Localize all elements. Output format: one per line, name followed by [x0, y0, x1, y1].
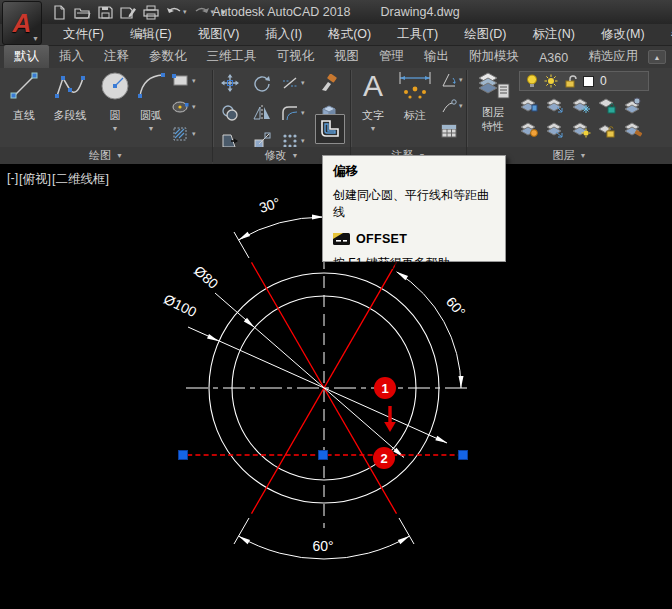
trim-icon: [281, 74, 299, 92]
ellipse-flyout-icon[interactable]: ▾: [192, 103, 196, 111]
text-flyout-icon[interactable]: ▼: [370, 125, 377, 132]
tab-3d-tools[interactable]: 三维工具: [197, 45, 267, 68]
menu-insert[interactable]: 插入(I): [252, 26, 315, 43]
layer-unisolate-button[interactable]: [545, 121, 565, 138]
layer-lock-button[interactable]: [597, 97, 617, 114]
layer-color-swatch: [583, 76, 594, 87]
grip-right[interactable]: [459, 451, 468, 460]
undo-button[interactable]: ▾: [166, 5, 187, 19]
viewport-menu-control[interactable]: [-]: [7, 171, 18, 188]
panel-expand-icon: ▼: [116, 152, 123, 159]
dimension-button[interactable]: 标注: [393, 70, 437, 123]
menu-edit[interactable]: 编辑(E): [117, 26, 185, 43]
tab-manage[interactable]: 管理: [369, 45, 414, 68]
dim-text-d80: Ø80: [191, 263, 222, 293]
trim-button[interactable]: ▾: [281, 74, 305, 92]
match-properties-button[interactable]: [319, 74, 337, 92]
tab-parametric[interactable]: 参数化: [139, 45, 197, 68]
open-file-button[interactable]: [74, 5, 91, 20]
tab-insert[interactable]: 插入: [49, 45, 94, 68]
save-button[interactable]: [98, 5, 113, 20]
grip-middle[interactable]: [319, 451, 328, 460]
mirror-button[interactable]: [253, 104, 271, 122]
tab-a360[interactable]: A360: [529, 48, 578, 68]
redo-icon: [194, 5, 210, 19]
menu-view[interactable]: 视图(V): [185, 26, 253, 43]
layer-make-current-button[interactable]: [519, 97, 539, 114]
trim-flyout-icon[interactable]: ▾: [301, 79, 305, 87]
rectangle-flyout-icon[interactable]: ▾: [192, 77, 196, 85]
move-button[interactable]: [221, 74, 239, 92]
tab-view[interactable]: 视图: [324, 45, 369, 68]
menu-format[interactable]: 格式(O): [315, 26, 384, 43]
leader-flyout-icon[interactable]: ▾: [459, 102, 463, 110]
application-menu-button[interactable]: A ▼: [2, 1, 42, 45]
tab-add-ins[interactable]: 附加模块: [459, 45, 529, 68]
layer-freeze-button[interactable]: [571, 97, 591, 114]
tab-output[interactable]: 输出: [414, 45, 459, 68]
array-flyout-icon[interactable]: ▾: [301, 137, 305, 145]
redo-dropdown-icon[interactable]: ▾: [211, 8, 215, 16]
layer-thaw-all-button[interactable]: [571, 121, 591, 138]
tab-featured-apps[interactable]: 精选应用: [578, 45, 648, 68]
angular-dimension-button[interactable]: ▾: [441, 72, 463, 88]
undo-dropdown-icon[interactable]: ▾: [183, 8, 187, 16]
tab-visualize[interactable]: 可视化: [267, 45, 325, 68]
grip-left[interactable]: [179, 451, 188, 460]
table-button[interactable]: [441, 124, 457, 138]
ellipse-button[interactable]: ▾: [172, 100, 196, 114]
arc-button[interactable]: 圆弧 ▼: [134, 70, 168, 132]
layer-dropdown[interactable]: 0: [519, 71, 649, 91]
layer-freeze-icon: [571, 97, 591, 114]
ribbon-collapse-button[interactable]: ▲: [648, 50, 666, 64]
new-file-button[interactable]: [52, 5, 67, 20]
hatch-button[interactable]: ▾: [172, 126, 196, 142]
panel-draw-strip[interactable]: 绘图 ▼: [0, 147, 212, 164]
save-as-button[interactable]: [120, 5, 136, 20]
rectangle-button[interactable]: ▾: [172, 74, 196, 88]
menu-modify[interactable]: 修改(M): [588, 26, 658, 43]
layer-unlock-all-button[interactable]: [597, 121, 617, 138]
dimension-icon: [396, 70, 434, 102]
layer-properties-button[interactable]: 图层特性: [473, 70, 513, 134]
layer-match-button[interactable]: [545, 97, 565, 114]
menu-draw[interactable]: 绘图(D): [451, 26, 519, 43]
plot-button[interactable]: [143, 5, 159, 20]
copy-button[interactable]: [221, 104, 239, 122]
view-control[interactable]: [俯视]: [19, 171, 51, 188]
offset-button[interactable]: [315, 114, 345, 144]
arc-flyout-icon[interactable]: ▼: [148, 125, 155, 132]
tab-home[interactable]: 默认: [4, 45, 49, 68]
layer-walk-button[interactable]: [623, 121, 643, 138]
visual-style-control[interactable]: [二维线框]: [52, 171, 109, 188]
fillet-button[interactable]: ▾: [281, 104, 305, 122]
menu-tools[interactable]: 工具(T): [384, 26, 451, 43]
hatch-flyout-icon[interactable]: ▾: [192, 130, 196, 138]
line-button[interactable]: 直线: [6, 70, 42, 123]
fillet-flyout-icon[interactable]: ▾: [301, 109, 305, 117]
text-button[interactable]: A 文字 ▼: [355, 70, 391, 132]
menu-parametric[interactable]: 参数(P): [658, 26, 672, 43]
rotate-button[interactable]: [253, 74, 271, 92]
dim-arc-60-right: [397, 272, 461, 388]
layer-states-button[interactable]: [623, 97, 643, 114]
polyline-button[interactable]: 多段线: [44, 70, 96, 123]
angular-flyout-icon[interactable]: ▾: [459, 76, 463, 84]
current-layer-name: 0: [600, 74, 607, 88]
layer-states-icon: [623, 97, 643, 114]
qat-customize-button[interactable]: ▾: [221, 7, 226, 17]
layer-unlock-all-icon: [597, 121, 617, 138]
title-bar: A ▼ ▾ ▾ ▾ Autodesk AutoCAD 2018 Drawing4…: [0, 0, 672, 24]
open-folder-icon: [74, 5, 91, 20]
text-icon: A: [363, 70, 383, 102]
redo-button[interactable]: ▾: [194, 5, 215, 19]
menu-file[interactable]: 文件(F): [50, 26, 117, 43]
layer-isolate-button[interactable]: [519, 121, 539, 138]
menu-dimension[interactable]: 标注(N): [520, 26, 588, 43]
circle-button[interactable]: 圆 ▼: [98, 70, 132, 132]
circle-flyout-icon[interactable]: ▼: [112, 125, 119, 132]
panel-expand-icon: ▼: [292, 152, 299, 159]
dim-text-60-bottom: 60°: [312, 538, 333, 554]
tab-annotate[interactable]: 注释: [94, 45, 139, 68]
leader-button[interactable]: ▾: [441, 98, 463, 114]
